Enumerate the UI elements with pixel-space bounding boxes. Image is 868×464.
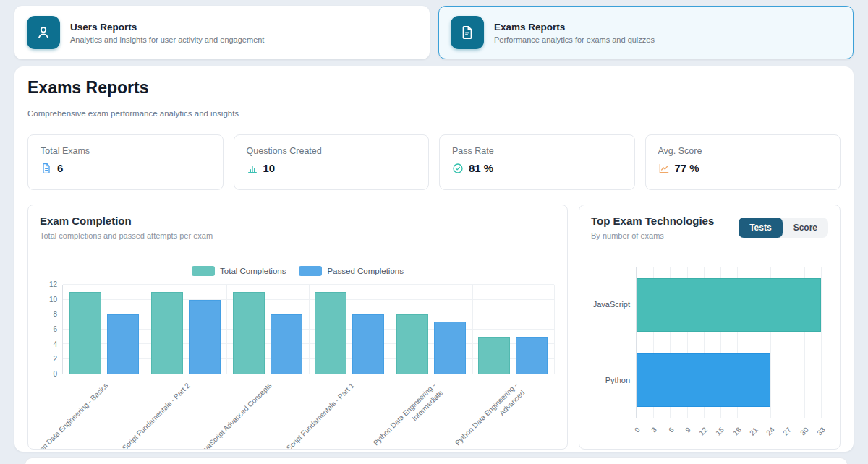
tab-title: Exams Reports xyxy=(494,22,655,33)
bar-javascript xyxy=(637,278,821,332)
y-axis-tick: 6 xyxy=(30,325,57,333)
stat-value: 6 xyxy=(57,162,63,174)
bar-group xyxy=(472,285,554,374)
bar-total-completions xyxy=(478,337,510,374)
report-type-tabs: Users Reports Analytics and insights for… xyxy=(14,6,854,59)
stat-label: Questions Created xyxy=(247,146,417,156)
bar-row xyxy=(637,267,821,343)
chart-title: Top Exam Technologies xyxy=(591,215,714,227)
chart-subtitle: By number of exams xyxy=(591,231,714,240)
x-axis-label: JavaScript Advanced Concepts xyxy=(190,381,274,450)
x-axis-tick: 0 xyxy=(624,426,642,443)
x-axis-label: Python Data Engineering - Intermediate xyxy=(354,381,445,450)
stat-value: 10 xyxy=(263,162,276,174)
stat-label: Total Exams xyxy=(41,146,210,156)
stat-value: 77 % xyxy=(675,162,699,174)
exam-completion-chart-card: Exam Completion Total completions and pa… xyxy=(27,205,568,450)
bar-chart-icon xyxy=(247,163,258,174)
legend-item-passed-completions[interactable]: Passed Completions xyxy=(299,266,403,276)
document-icon xyxy=(451,16,484,49)
x-axis-tick: 18 xyxy=(725,426,742,443)
charts-row: Exam Completion Total completions and pa… xyxy=(27,205,841,450)
bar-python xyxy=(637,353,770,408)
chart-header: Top Exam Technologies By number of exams… xyxy=(579,205,840,249)
stat-label: Avg. Score xyxy=(658,146,828,156)
category-label: JavaScript xyxy=(582,300,630,309)
report-card-users[interactable]: Users Reports Analytics and insights for… xyxy=(14,6,430,59)
category-label: Python xyxy=(582,376,630,384)
chart-subtitle: Total completions and passed attempts pe… xyxy=(40,231,556,240)
x-axis-tick: 21 xyxy=(742,426,760,443)
x-axis-tick: 9 xyxy=(675,426,692,443)
grouped-bar-plot xyxy=(62,285,554,374)
bar-passed-completions xyxy=(189,300,221,374)
x-axis-tick: 27 xyxy=(775,426,793,443)
x-axis-tick: 33 xyxy=(809,426,827,443)
tab-subtitle: Analytics and insights for user activity… xyxy=(70,35,264,44)
user-icon xyxy=(27,16,60,49)
bar-total-completions xyxy=(315,292,346,374)
bar-group xyxy=(226,285,308,374)
tests-score-toggle: Tests Score xyxy=(739,218,828,238)
bar-group xyxy=(63,285,145,374)
y-axis-tick: 4 xyxy=(30,340,57,348)
y-axis-tick: 12 xyxy=(30,280,57,288)
legend-label: Total Completions xyxy=(220,267,286,275)
bar-passed-completions xyxy=(271,314,302,374)
page-subtitle: Comprehensive exam performance analytics… xyxy=(27,109,239,118)
check-circle-icon xyxy=(452,163,464,174)
stat-card-total-exams: Total Exams 6 xyxy=(27,134,224,190)
bar-passed-completions xyxy=(107,314,139,374)
toggle-tests-button[interactable]: Tests xyxy=(739,218,782,238)
x-axis-label: Python Data Engineering - Advanced xyxy=(436,381,527,450)
x-axis-label: JavaScript Fundamentals - Part 1 xyxy=(273,381,357,450)
x-axis-label: JavaScript Fundamentals - Part 2 xyxy=(109,381,192,450)
chart-legend: Total Completions Passed Completions xyxy=(28,266,567,276)
stat-value: 81 % xyxy=(469,162,493,174)
x-axis-tick: 15 xyxy=(708,426,726,443)
bar-passed-completions xyxy=(516,337,548,374)
stat-card-pass-rate: Pass Rate 81 % xyxy=(439,134,635,190)
gridline xyxy=(554,285,555,374)
tab-subtitle: Performance analytics for exams and quiz… xyxy=(494,35,655,44)
chart-title: Exam Completion xyxy=(40,215,556,227)
exams-reports-panel: Exams Reports Comprehensive exam perform… xyxy=(14,66,854,452)
stat-card-avg-score: Avg. Score 77 % xyxy=(645,134,841,190)
bar-total-completions xyxy=(396,314,428,374)
stats-row: Total Exams 6 Questions Created xyxy=(27,134,841,190)
exams-reports-page: Users Reports Analytics and insights for… xyxy=(0,0,868,464)
stat-card-questions-created: Questions Created 10 xyxy=(234,134,430,190)
horizontal-bar-plot xyxy=(636,267,821,418)
bar-group xyxy=(145,285,226,374)
x-axis-tick: 12 xyxy=(692,426,709,443)
page-title: Exams Reports xyxy=(27,78,148,98)
next-section-card-edge xyxy=(25,457,848,464)
bar-group xyxy=(309,285,391,374)
bar-row xyxy=(637,343,821,418)
report-card-exams[interactable]: Exams Reports Performance analytics for … xyxy=(438,6,854,59)
x-axis-label: Python Data Engineering - Basics xyxy=(27,381,110,450)
legend-swatch xyxy=(192,266,215,276)
gridline xyxy=(821,267,822,418)
bar-total-completions xyxy=(69,292,101,374)
stat-label: Pass Rate xyxy=(452,146,622,156)
bar-total-completions xyxy=(233,292,265,374)
y-axis-tick: 8 xyxy=(30,310,57,318)
top-exam-technologies-chart-card: Top Exam Technologies By number of exams… xyxy=(579,205,841,450)
trend-line-icon xyxy=(658,163,670,174)
y-axis-tick: 0 xyxy=(30,370,57,378)
bar-group xyxy=(391,285,472,374)
toggle-score-button[interactable]: Score xyxy=(783,218,828,238)
document-icon xyxy=(41,163,52,174)
chart-header: Exam Completion Total completions and pa… xyxy=(28,205,567,249)
legend-item-total-completions[interactable]: Total Completions xyxy=(192,266,286,276)
bar-total-completions xyxy=(151,292,183,374)
x-axis-tick: 3 xyxy=(641,426,658,443)
x-axis-tick: 30 xyxy=(792,426,809,443)
y-axis-tick: 10 xyxy=(30,296,57,304)
x-axis-tick: 24 xyxy=(759,426,776,443)
bar-passed-completions xyxy=(434,322,466,374)
x-axis-tick: 6 xyxy=(658,426,675,443)
bar-passed-completions xyxy=(352,314,384,374)
legend-label: Passed Completions xyxy=(327,267,403,275)
